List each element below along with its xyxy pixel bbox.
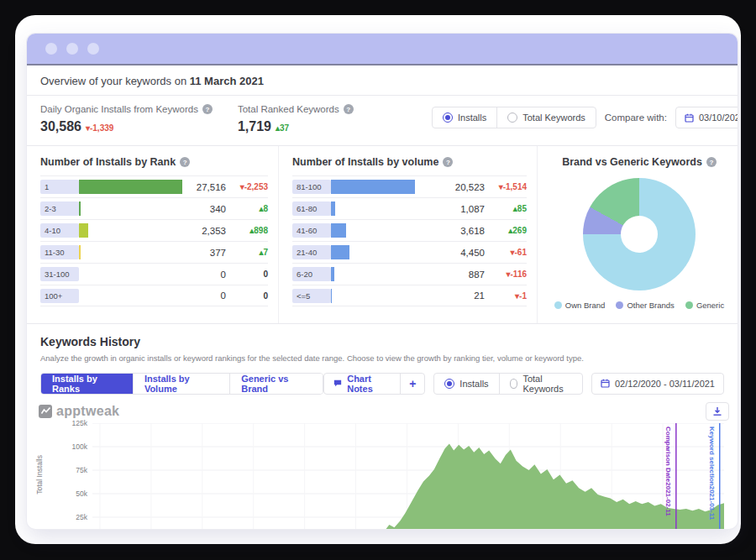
row-delta: ▾-61 [485, 248, 527, 257]
window-dot-1[interactable] [45, 43, 57, 55]
stat-total-ranked-keywords: Total Ranked Keywords ? 1,719 ▴37 [238, 104, 354, 134]
radio-total-keywords[interactable]: Total Keywords [499, 374, 582, 394]
stat-label: Daily Organic Installs from Keywords ? [40, 104, 213, 114]
row-value: 4,450 [441, 248, 485, 258]
row-bar-area [331, 267, 441, 281]
brand-vs-generic-panel: Brand vs Generic Keywords ? Own Brand Ot… [538, 146, 738, 323]
legend-dot [554, 301, 562, 309]
stat-delta: ▾-1,339 [86, 123, 113, 133]
radio-dot [510, 379, 518, 389]
brand-donut-chart [583, 178, 696, 290]
chart-notes-button[interactable]: Chart Notes [324, 374, 400, 394]
row-delta: ▴8 [226, 204, 268, 213]
row-label-chip: <=5 [292, 289, 331, 303]
plot-zone: Total Installs 125k100k75k50k25k0Compari… [39, 423, 729, 529]
add-chart-note-button[interactable]: + [400, 374, 424, 394]
radio-installs[interactable]: Installs [433, 107, 496, 128]
table-row[interactable]: 4-102,353▴898 [40, 219, 268, 241]
download-chart-button[interactable] [706, 402, 729, 421]
row-label-chip: 21-40 [292, 245, 331, 259]
y-tick-label: 75k [76, 466, 87, 474]
legend-dot [685, 301, 693, 309]
table-row[interactable]: 31-10000 [40, 263, 268, 285]
row-delta: ▾-116 [485, 270, 527, 279]
row-bar-area [331, 245, 441, 259]
row-delta: 0 [226, 291, 268, 301]
table-row[interactable]: 127,516▾-2,253 [40, 175, 268, 197]
tab-generic-vs-brand[interactable]: Generic vs Brand [229, 374, 323, 394]
row-bar-area [331, 289, 441, 303]
row-value: 340 [182, 204, 226, 214]
help-icon[interactable]: ? [180, 157, 190, 167]
window-dot-3[interactable] [87, 43, 99, 55]
window-dot-2[interactable] [66, 43, 78, 55]
stat-label: Total Ranked Keywords ? [238, 104, 354, 114]
row-bar [79, 245, 81, 259]
legend-label: Other Brands [627, 301, 675, 310]
table-row[interactable]: <=521▾-1 [292, 285, 527, 306]
table-row[interactable]: 100+00 [40, 285, 268, 306]
area-chart-svg [92, 423, 724, 529]
radio-label: Installs [459, 379, 488, 389]
compare-date-picker[interactable]: 03/10/2021 [675, 107, 738, 128]
date-range-picker[interactable]: 02/12/2020 - 03/11/2021 [591, 373, 724, 395]
y-axis-title: Total Installs [35, 455, 44, 495]
panel-title-text: Number of Installs by Rank [40, 156, 176, 168]
table-row[interactable]: 41-603,618▴269 [292, 219, 527, 241]
rank-table: 127,516▾-2,2532-3340▴84-102,353▴89811-30… [40, 175, 268, 306]
tab-installs-by-ranks[interactable]: Installs by Ranks [41, 374, 133, 394]
date-range-value: 02/12/2020 - 03/11/2021 [615, 379, 715, 389]
row-label-chip: 81-100 [292, 180, 331, 194]
panel-title-text: Brand vs Generic Keywords [562, 156, 702, 168]
history-right-controls: Chart Notes + Installs Total Keywords 02… [323, 373, 724, 395]
calendar-icon [601, 379, 610, 388]
compare-date-value: 03/10/2021 [699, 113, 738, 123]
row-label-chip: 1 [40, 180, 79, 194]
section-title: Keywords History [40, 335, 724, 348]
row-bar [331, 267, 334, 281]
row-bar-area [79, 180, 182, 194]
radio-label: Installs [458, 113, 486, 123]
row-label-chip: 31-100 [40, 267, 79, 281]
row-label-chip: 41-60 [292, 223, 331, 238]
legend-own-brand[interactable]: Own Brand [554, 301, 606, 310]
row-bar [331, 245, 349, 259]
row-label-chip: 6-20 [292, 267, 331, 281]
radio-dot-selected [443, 113, 453, 123]
row-value: 2,353 [182, 226, 226, 236]
row-value: 27,516 [182, 182, 226, 192]
table-row[interactable]: 81-10020,523▾-1,514 [292, 175, 527, 197]
row-bar-area [79, 223, 182, 238]
summary-panels: Number of Installs by Rank ? 127,516▾-2,… [27, 146, 738, 324]
radio-total-keywords[interactable]: Total Keywords [496, 107, 596, 128]
chart-annotation-label: Keyword selection2021-03-11 [707, 427, 716, 520]
keywords-history-header: Keywords History Analyze the growth in o… [27, 324, 738, 365]
history-installs-keywords-toggle: Installs Total Keywords [433, 373, 583, 395]
legend-label: Generic [696, 301, 724, 310]
stat-value: 1,719 [238, 119, 271, 134]
window-titlebar [27, 34, 738, 65]
help-icon[interactable]: ? [344, 104, 354, 114]
table-row[interactable]: 6-20887▾-116 [292, 263, 527, 285]
legend-other-brands[interactable]: Other Brands [616, 301, 675, 310]
legend-label: Own Brand [565, 301, 606, 310]
table-row[interactable]: 21-404,450▾-61 [292, 241, 527, 263]
legend-generic[interactable]: Generic [685, 301, 724, 310]
help-icon[interactable]: ? [706, 157, 717, 167]
tab-installs-by-volume[interactable]: Installs by Volume [133, 374, 229, 394]
row-value: 20,523 [441, 182, 485, 192]
y-tick-label: 100k [72, 442, 87, 451]
row-delta: 0 [226, 270, 268, 279]
row-value: 377 [182, 248, 226, 258]
table-row[interactable]: 61-801,087▴85 [292, 197, 527, 219]
stat-daily-organic-installs: Daily Organic Installs from Keywords ? 3… [40, 104, 213, 134]
table-row[interactable]: 2-3340▴8 [40, 197, 268, 219]
apptweak-watermark: apptweak [39, 404, 119, 419]
radio-installs[interactable]: Installs [434, 374, 498, 394]
row-bar [79, 201, 81, 216]
table-row[interactable]: 11-30377▴7 [40, 241, 268, 263]
help-icon[interactable]: ? [443, 157, 453, 167]
help-icon[interactable]: ? [202, 104, 213, 114]
area-chart-plot: 125k100k75k50k25k0Comparison Date2021-02… [92, 423, 724, 529]
row-delta: ▴7 [226, 248, 268, 257]
